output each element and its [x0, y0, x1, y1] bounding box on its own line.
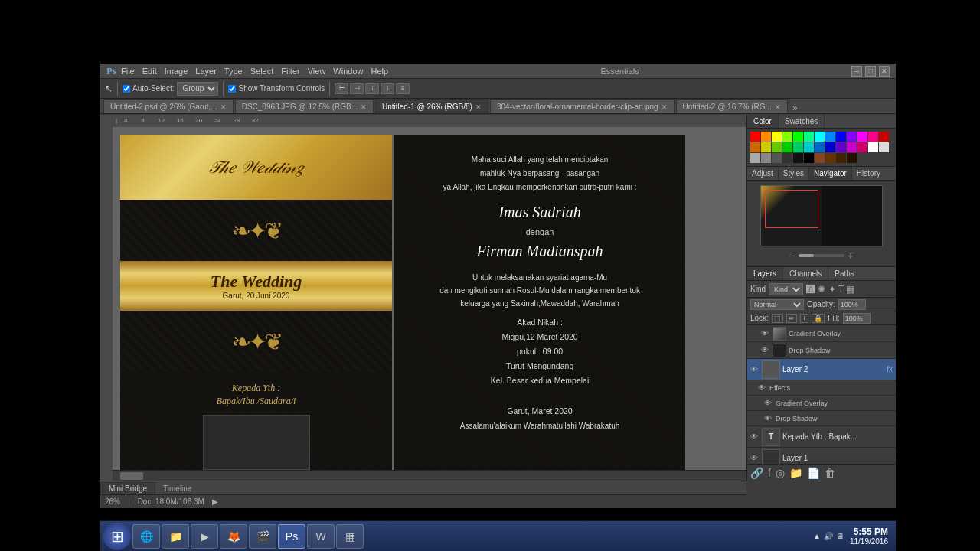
- tab-1[interactable]: DSC_0963.JPG @ 12.5% (RGB... ✕: [235, 99, 374, 113]
- swatch[interactable]: [804, 142, 814, 152]
- swatch[interactable]: [793, 153, 803, 163]
- align-center-btn[interactable]: ⊣: [350, 83, 364, 94]
- layer-eye-icon[interactable]: 👁: [764, 414, 773, 423]
- menu-file[interactable]: File: [121, 67, 135, 76]
- swatch[interactable]: [836, 153, 846, 163]
- blend-mode-dropdown[interactable]: Normal: [750, 299, 804, 310]
- zoom-in-btn[interactable]: +: [848, 249, 854, 262]
- taskbar-media2-btn[interactable]: 🎬: [249, 524, 276, 549]
- layer-item-layer2[interactable]: 👁 Layer 2 fx: [747, 359, 896, 380]
- link-layers-btn[interactable]: 🔗: [750, 467, 763, 479]
- transform-input[interactable]: [228, 85, 236, 93]
- menu-type[interactable]: Type: [224, 67, 243, 76]
- tab-3-close[interactable]: ✕: [662, 103, 668, 111]
- adjust-tab[interactable]: Adjust: [747, 167, 779, 180]
- menu-select[interactable]: Select: [250, 67, 274, 76]
- swatch[interactable]: [761, 153, 771, 163]
- add-mask-btn[interactable]: ◎: [776, 467, 785, 479]
- swatch[interactable]: [772, 132, 782, 142]
- scrollbar-h[interactable]: [113, 470, 746, 481]
- kind-dropdown[interactable]: Kind: [769, 283, 803, 295]
- swatch[interactable]: [868, 132, 878, 142]
- tabs-more-button[interactable]: »: [789, 103, 801, 113]
- swatch[interactable]: [825, 132, 835, 142]
- tab-0-close[interactable]: ✕: [220, 103, 227, 111]
- tab-2-close[interactable]: ✕: [475, 103, 482, 111]
- menu-edit[interactable]: Edit: [142, 67, 157, 76]
- swatch[interactable]: [782, 142, 792, 152]
- channels-tab[interactable]: Channels: [783, 267, 828, 280]
- history-tab[interactable]: History: [852, 167, 885, 180]
- taskbar-folder-btn[interactable]: 📁: [162, 524, 189, 549]
- align-top-btn[interactable]: ⊥: [381, 83, 394, 94]
- swatch[interactable]: [836, 142, 846, 152]
- new-group-btn[interactable]: 📁: [789, 467, 802, 479]
- swatch[interactable]: [761, 142, 771, 152]
- swatch[interactable]: [750, 153, 760, 163]
- taskbar-media-btn[interactable]: ▶: [191, 524, 218, 549]
- taskbar-word-btn[interactable]: W: [307, 524, 335, 549]
- layer-eye-icon[interactable]: 👁: [761, 346, 770, 355]
- tab-4-close[interactable]: ✕: [775, 103, 781, 111]
- styles-tab[interactable]: Styles: [779, 167, 809, 180]
- menu-filter[interactable]: Filter: [281, 67, 299, 76]
- maximize-button[interactable]: □: [865, 66, 876, 77]
- align-right-btn[interactable]: ⊤: [365, 83, 379, 94]
- tab-3[interactable]: 304-vector-floral-ornamental-border-clip…: [490, 99, 675, 113]
- swatch[interactable]: [847, 142, 857, 152]
- auto-select-checkbox[interactable]: Auto-Select:: [122, 84, 174, 93]
- layer-item-gradient-overlay-2[interactable]: 👁 Gradient Overlay: [747, 396, 896, 411]
- taskbar-ie-btn[interactable]: 🌐: [132, 524, 160, 549]
- tab-2[interactable]: Untitled-1 @ 26% (RGB/8) ✕: [375, 99, 488, 113]
- layer-eye-icon[interactable]: 👁: [750, 454, 760, 463]
- close-button[interactable]: ✕: [879, 66, 890, 77]
- layer-item-gradient-overlay-1[interactable]: 👁 Gradient Overlay: [747, 325, 896, 342]
- swatch[interactable]: [847, 132, 857, 142]
- mini-bridge-tab[interactable]: Mini Bridge: [100, 482, 155, 494]
- align-left-btn[interactable]: ⊢: [335, 83, 348, 94]
- swatch[interactable]: [750, 142, 760, 152]
- swatch[interactable]: [761, 132, 771, 142]
- swatch[interactable]: [815, 142, 825, 152]
- zoom-slider[interactable]: [799, 254, 844, 257]
- swatch[interactable]: [815, 132, 825, 142]
- lock-position-btn[interactable]: +: [800, 314, 808, 323]
- swatch[interactable]: [750, 132, 760, 142]
- zoom-out-btn[interactable]: −: [789, 249, 795, 262]
- swatch[interactable]: [793, 142, 803, 152]
- menu-image[interactable]: Image: [165, 67, 188, 76]
- navigator-tab[interactable]: Navigator: [809, 167, 852, 180]
- start-button[interactable]: ⊞: [103, 523, 131, 550]
- swatch[interactable]: [772, 153, 782, 163]
- swatches-tab[interactable]: Swatches: [779, 115, 825, 128]
- paths-tab[interactable]: Paths: [828, 267, 861, 280]
- swatch[interactable]: [804, 132, 814, 142]
- playback-btn[interactable]: ▶: [212, 497, 218, 506]
- swatch[interactable]: [815, 153, 825, 163]
- lock-transparent-btn[interactable]: ⬚: [772, 314, 783, 323]
- tab-1-close[interactable]: ✕: [361, 103, 367, 111]
- layer-eye-icon[interactable]: 👁: [764, 399, 773, 408]
- opacity-input[interactable]: [838, 299, 866, 310]
- scrollbar-h-thumb[interactable]: [120, 472, 143, 480]
- taskbar-firefox-btn[interactable]: 🦊: [220, 524, 247, 549]
- swatch[interactable]: [782, 153, 792, 163]
- tab-4[interactable]: Untitled-2 @ 16.7% (RG... ✕: [676, 99, 788, 113]
- menu-help[interactable]: Help: [371, 67, 388, 76]
- layer-item-drop-shadow-1[interactable]: 👁 Drop Shadow: [747, 342, 896, 359]
- swatch[interactable]: [847, 153, 857, 163]
- layers-tab[interactable]: Layers: [747, 267, 783, 280]
- menu-layer[interactable]: Layer: [195, 67, 217, 76]
- auto-select-dropdown[interactable]: Group: [177, 82, 218, 96]
- swatch[interactable]: [825, 153, 835, 163]
- layer-eye-icon[interactable]: 👁: [750, 432, 760, 442]
- swatch[interactable]: [858, 132, 867, 142]
- layer-eye-icon[interactable]: 👁: [758, 383, 767, 393]
- swatch[interactable]: [868, 142, 878, 152]
- tab-0[interactable]: Untitled-2.psd @ 26% (Garut,... ✕: [103, 99, 234, 113]
- auto-select-input[interactable]: [122, 85, 130, 93]
- add-style-btn[interactable]: f: [768, 467, 771, 479]
- minimize-button[interactable]: ─: [851, 66, 862, 77]
- lock-all-btn[interactable]: 🔒: [812, 314, 825, 323]
- swatch[interactable]: [879, 142, 889, 152]
